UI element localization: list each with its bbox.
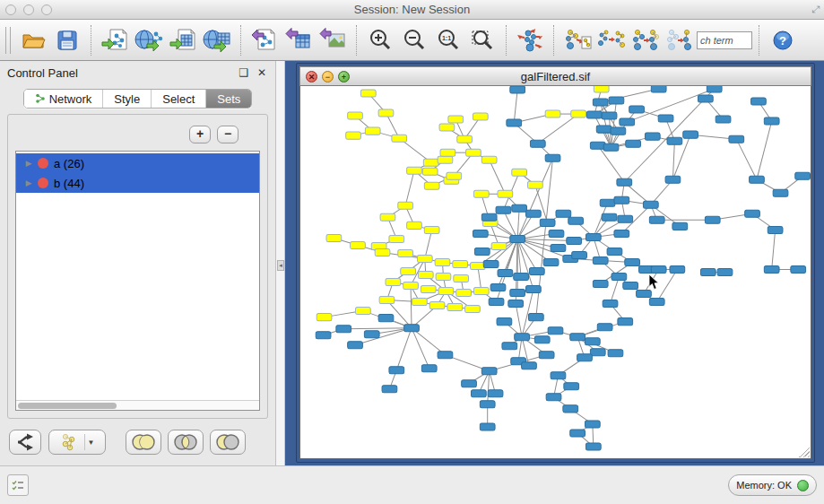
network-node — [729, 135, 744, 143]
open-session-button[interactable] — [16, 23, 50, 57]
network-node — [571, 110, 586, 117]
layout-icon — [516, 28, 543, 53]
split-set-button[interactable] — [9, 430, 41, 455]
set-network-icon — [60, 433, 82, 451]
create-set-dropdown-button[interactable]: ▼ — [48, 430, 106, 455]
network-node — [365, 127, 380, 135]
sets-list-box: ▶a (26)▶b (44) — [15, 151, 260, 411]
network-node — [534, 336, 550, 343]
network-node — [407, 167, 422, 174]
network-node — [623, 282, 638, 290]
network-canvas-svg[interactable] — [300, 86, 811, 458]
network-node — [407, 222, 422, 229]
scrollbar-thumb[interactable] — [18, 403, 117, 409]
network-node — [551, 244, 566, 251]
tab-select[interactable]: Select — [152, 90, 206, 108]
add-set-button[interactable]: + — [189, 126, 211, 143]
expander-icon[interactable]: ▶ — [22, 178, 36, 187]
export-table-icon — [285, 28, 312, 53]
zoom-out-button[interactable] — [397, 23, 431, 57]
network-canvas[interactable] — [299, 86, 811, 459]
network-node — [593, 256, 608, 264]
task-history-button[interactable] — [7, 474, 29, 496]
task-list-icon — [12, 480, 24, 491]
sets-tab-panel: + − ▶a (26)▶b (44) — [7, 114, 268, 419]
apply-layout-button[interactable] — [513, 23, 547, 57]
fullscreen-arrows-icon[interactable]: ⤢ — [811, 4, 820, 15]
import-table-web-button[interactable] — [200, 23, 234, 57]
set-intersection-button[interactable] — [168, 430, 204, 455]
network-node — [620, 118, 635, 126]
show-all-button[interactable] — [594, 23, 629, 57]
horizontal-scrollbar[interactable] — [16, 400, 259, 410]
network-node — [418, 271, 433, 278]
close-panel-icon[interactable]: ✕ — [256, 66, 268, 79]
set-union-button[interactable] — [126, 430, 161, 455]
network-node — [510, 290, 525, 297]
deselect-all-button[interactable] — [663, 23, 697, 57]
network-node — [567, 237, 582, 244]
zoom-selected-button[interactable] — [465, 23, 499, 57]
hide-selected-button[interactable] — [560, 23, 594, 57]
network-frame[interactable]: ✕ − + galFiltered.sif — [296, 63, 815, 463]
network-node — [404, 325, 420, 332]
export-network-button[interactable] — [247, 23, 282, 57]
memory-status-button[interactable]: Memory: OK — [728, 474, 817, 496]
network-node — [645, 133, 660, 140]
network-node — [462, 380, 477, 387]
first-neighbors-icon — [631, 28, 660, 53]
network-node — [514, 274, 529, 281]
tab-sets[interactable]: Sets — [206, 90, 251, 108]
set-row[interactable]: ▶a (26) — [16, 153, 259, 173]
zoom-in-button[interactable] — [363, 23, 397, 57]
network-node — [512, 204, 527, 212]
network-node — [596, 126, 611, 133]
zoom-actual-size-button[interactable]: 1:1 — [431, 23, 465, 57]
network-frame-titlebar[interactable]: ✕ − + galFiltered.sif — [299, 66, 811, 86]
network-node — [466, 149, 481, 156]
network-node — [665, 176, 681, 183]
search-input[interactable] — [697, 31, 752, 49]
network-node — [436, 274, 451, 281]
dropdown-caret-icon[interactable]: ▼ — [88, 439, 95, 447]
network-node — [421, 286, 436, 293]
export-image-button[interactable] — [316, 23, 350, 57]
set-row[interactable]: ▶b (44) — [16, 173, 259, 193]
import-network-web-button[interactable] — [132, 23, 166, 57]
save-session-button[interactable] — [50, 23, 84, 57]
help-button[interactable]: ? — [766, 23, 800, 57]
network-node — [473, 190, 489, 197]
network-node — [336, 326, 351, 333]
network-node — [438, 156, 453, 163]
network-node — [764, 265, 779, 273]
network-tab-icon — [35, 93, 46, 104]
network-node — [603, 300, 618, 308]
expander-icon[interactable]: ▶ — [22, 159, 36, 168]
select-first-neighbors-button[interactable] — [629, 23, 663, 57]
network-node — [422, 168, 438, 175]
network-node — [439, 124, 455, 131]
tab-style[interactable]: Style — [103, 90, 152, 108]
frame-resize-grip[interactable] — [799, 447, 810, 457]
svg-text:1:1: 1:1 — [442, 35, 451, 41]
import-network-file-button[interactable] — [98, 23, 132, 57]
tab-network[interactable]: Network — [24, 90, 104, 108]
network-node — [626, 140, 641, 147]
network-node — [447, 304, 463, 311]
open-folder-icon — [21, 29, 46, 52]
network-node — [545, 154, 560, 161]
export-table-button[interactable] — [282, 23, 316, 57]
save-floppy-icon — [56, 29, 79, 52]
import-table-file-button[interactable] — [166, 23, 200, 57]
network-node — [497, 318, 512, 326]
window-titlebar[interactable]: Session: New Session ⤢ — [0, 0, 824, 20]
toolbar-drag-handle[interactable] — [5, 27, 11, 54]
network-node — [421, 365, 437, 372]
network-node — [795, 172, 811, 179]
remove-set-button[interactable]: − — [217, 126, 239, 143]
collapse-panel-arrow-icon[interactable]: ◂ — [277, 260, 284, 271]
panel-splitter[interactable]: ◂ — [276, 61, 285, 465]
set-difference-button[interactable] — [210, 430, 246, 455]
float-panel-icon[interactable]: ❑ — [238, 66, 250, 79]
network-node — [398, 249, 413, 256]
